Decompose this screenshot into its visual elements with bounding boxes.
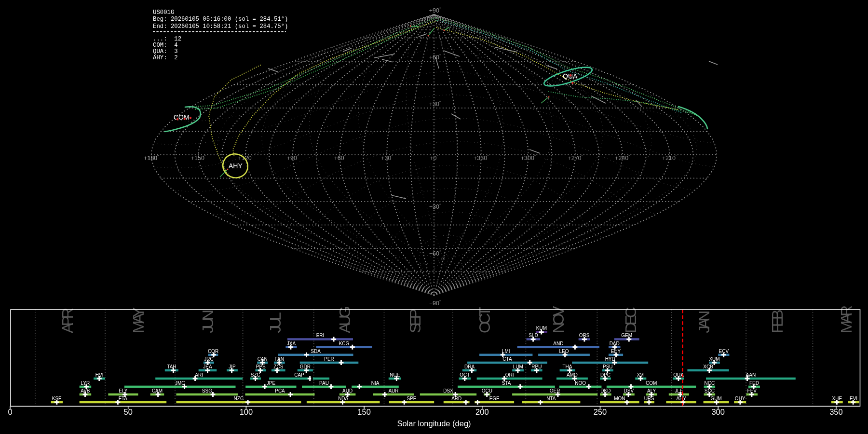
svg-text:XCB: XCB [703,364,713,369]
svg-text:SLD: SLD [529,333,538,338]
svg-text:AUR: AUR [388,388,398,393]
svg-text:ALY: ALY [647,388,656,393]
svg-text:JLE: JLE [675,388,683,393]
svg-text:GDR: GDR [300,364,311,369]
svg-text:PPS: PPS [256,364,266,369]
svg-text:+210°: +210° [662,154,677,162]
svg-text:OCU: OCU [482,388,492,393]
svg-text:PSU: PSU [603,364,613,369]
svg-text:JIP: JIP [229,364,236,369]
svg-text:AHY: AHY [229,162,243,170]
svg-text:OER: OER [550,388,560,393]
svg-text:PER: PER [324,356,334,362]
svg-text:50: 50 [124,407,133,416]
svg-text:+270°: +270° [568,154,583,162]
svg-text:ERI: ERI [316,333,325,338]
svg-text:FEV: FEV [747,388,757,393]
svg-text:SZC: SZC [251,372,260,378]
svg-text:200: 200 [475,407,489,416]
svg-text:+90°: +90° [287,154,298,162]
svg-text:ECV: ECV [719,349,729,354]
svg-text:FAN: FAN [275,356,284,362]
svg-text:SPE: SPE [407,396,416,401]
svg-text:MAY: MAY [130,307,147,333]
svg-text:LMI: LMI [502,349,510,354]
svg-text:SDA: SDA [311,349,321,354]
svg-text:COM: 4: COM: 4 [153,42,178,49]
svg-text:JUL: JUL [267,312,284,333]
svg-text:HVI: HVI [95,372,104,378]
svg-text:XVI: XVI [637,372,645,378]
svg-text:+300°: +300° [521,154,536,162]
svg-text:End: 20260105 10:58:21 (sol =: End: 20260105 10:58:21 (sol = 284.75°) [153,23,288,30]
svg-text:0: 0 [8,407,12,416]
svg-text:ARI: ARI [195,372,203,378]
svg-text:DSX: DSX [443,388,453,393]
svg-text:OCT: OCT [460,372,470,378]
svg-text:JAN: JAN [695,312,713,333]
svg-text:PAU: PAU [319,380,329,386]
svg-text:NDA: NDA [338,396,348,401]
svg-text:SSG: SSG [202,388,212,393]
svg-text:+180°: +180° [144,154,159,162]
svg-text:URS: URS [644,396,654,401]
svg-text:DAD: DAD [610,341,620,346]
svg-text:AHY: 2: AHY: 2 [153,54,178,61]
svg-text:CTA: CTA [502,356,512,362]
svg-text:MON: MON [614,396,625,401]
svg-text:NZC: NZC [234,396,244,401]
svg-text:US001G: US001G [153,9,174,16]
svg-text:+30°: +30° [381,154,393,162]
svg-text:300: 300 [711,407,725,416]
svg-text:PCA: PCA [275,388,285,393]
svg-text:KUM: KUM [536,326,547,331]
svg-text:−60°: −60° [429,250,441,257]
svg-text:EGE: EGE [489,396,500,401]
svg-text:100: 100 [240,407,253,416]
svg-text:+60°: +60° [429,54,441,61]
svg-text:NIA: NIA [371,380,380,386]
svg-text:STA: STA [502,380,511,386]
svg-text:DEC: DEC [622,308,639,333]
svg-text:Beg: 20260105 05:16:00 (sol =: Beg: 20260105 05:16:00 (sol = 284.51°) [153,16,288,23]
svg-text:...: 12: ...: 12 [153,36,181,42]
svg-text:ELY: ELY [119,388,127,393]
svg-text:ARD: ARD [451,396,461,401]
svg-text:KSE: KSE [52,396,62,401]
svg-text:DRA: DRA [464,364,475,369]
svg-text:HYD: HYD [605,356,615,362]
svg-text:AVB: AVB [81,388,90,393]
svg-text:150: 150 [357,407,371,416]
svg-text:DSV: DSV [624,388,634,393]
svg-text:OHY: OHY [735,396,746,401]
svg-text:AMO: AMO [567,372,578,378]
svg-text:NOO: NOO [575,380,586,386]
svg-text:+150°: +150° [191,154,206,162]
svg-text:−90°: −90° [429,299,441,307]
svg-text:OCT: OCT [476,307,493,333]
svg-text:QUA: 3: QUA: 3 [153,48,178,55]
svg-text:SEP: SEP [407,309,424,333]
svg-text:DPC: DPC [600,372,610,378]
svg-text:NUE: NUE [390,372,400,378]
svg-text:AND: AND [553,341,563,346]
svg-text:EVI: EVI [850,396,857,401]
svg-text:+30°: +30° [429,100,441,108]
svg-text:EHY: EHY [611,349,621,354]
svg-text:CAP: CAP [294,372,304,378]
svg-text:ORI: ORI [505,372,514,378]
svg-text:JXA: JXA [287,341,296,346]
svg-text:GUM: GUM [711,396,722,401]
svg-text:DKD: DKD [600,388,610,393]
svg-text:AUD: AUD [342,388,353,393]
svg-text:LYR: LYR [81,380,90,386]
svg-text:350: 350 [829,407,843,416]
svg-text:AAN: AAN [746,372,756,378]
svg-text:GEM: GEM [621,333,632,338]
svg-text:LEO: LEO [559,349,569,354]
svg-text:RPU: RPU [531,364,542,369]
svg-text:250: 250 [594,407,607,416]
svg-text:FTA: FTA [119,396,127,401]
svg-text:−30°: −30° [429,203,441,210]
svg-text:NTA: NTA [546,396,556,401]
